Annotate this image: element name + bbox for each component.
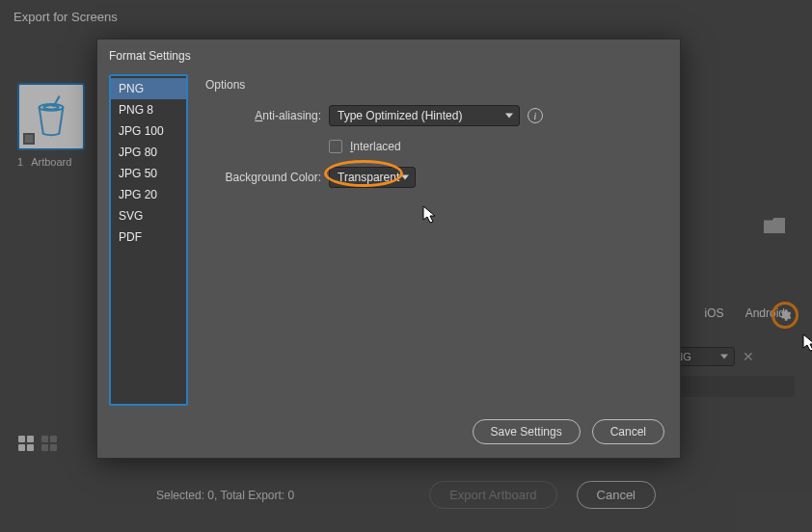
format-item-png8[interactable]: PNG 8 — [111, 99, 186, 120]
interlaced-checkbox[interactable] — [329, 140, 342, 153]
format-item-jpg50[interactable]: JPG 50 — [111, 163, 186, 184]
export-side-panel — [669, 218, 785, 247]
format-list[interactable]: PNG PNG 8 JPG 100 JPG 80 JPG 50 JPG 20 S… — [109, 74, 188, 406]
artboard-name: Artboard — [31, 156, 71, 168]
anti-aliasing-select[interactable]: Type Optimized (Hinted) — [329, 105, 520, 126]
export-artboard-button[interactable]: Export Artboard — [429, 481, 556, 509]
folder-icon[interactable] — [764, 218, 785, 233]
cancel-button[interactable]: Cancel — [577, 481, 656, 509]
footer-row: Selected: 0, Total Export: 0 Export Artb… — [17, 481, 795, 509]
export-status: Selected: 0, Total Export: 0 — [156, 489, 294, 502]
view-mode-icons — [17, 435, 58, 452]
artboard-preview-area: 1 Artboard — [17, 83, 100, 168]
remove-format-icon[interactable]: ✕ — [743, 349, 754, 364]
anti-aliasing-label: Anti-aliasing: — [205, 109, 321, 122]
format-item-jpg20[interactable]: JPG 20 — [111, 184, 186, 205]
list-view-icon[interactable] — [41, 435, 58, 452]
info-icon[interactable]: i — [528, 108, 543, 123]
options-panel: Options Anti-aliasing: Type Optimized (H… — [200, 74, 668, 406]
dialog-cancel-button[interactable]: Cancel — [592, 419, 664, 444]
svg-point-1 — [43, 105, 58, 109]
selection-marker — [23, 133, 35, 145]
format-item-png[interactable]: PNG — [111, 78, 186, 99]
preset-ios[interactable]: iOS — [705, 306, 724, 320]
interlaced-label[interactable]: Interlaced — [350, 140, 401, 153]
window-title: Export for Screens — [0, 0, 812, 34]
save-settings-button[interactable]: Save Settings — [473, 419, 581, 444]
format-item-jpg80[interactable]: JPG 80 — [111, 142, 186, 163]
format-settings-dialog: Format Settings PNG PNG 8 JPG 100 JPG 80… — [96, 39, 681, 459]
format-item-svg[interactable]: SVG — [111, 205, 186, 226]
background-color-label: Background Color: — [205, 171, 321, 184]
artboard-thumbnail[interactable] — [17, 83, 85, 150]
background-color-select[interactable]: Transparent — [329, 167, 416, 188]
cup-icon — [30, 95, 72, 138]
artboard-label: 1 Artboard — [17, 156, 100, 168]
grid-view-icon[interactable] — [17, 435, 35, 452]
format-item-pdf[interactable]: PDF — [111, 226, 186, 248]
dialog-footer: Save Settings Cancel — [97, 406, 680, 458]
format-item-jpg100[interactable]: JPG 100 — [111, 120, 186, 142]
artboard-index: 1 — [17, 156, 23, 168]
gear-icon[interactable] — [778, 308, 792, 322]
options-title: Options — [205, 78, 663, 92]
format-settings-gear-highlight — [771, 302, 798, 329]
dialog-title: Format Settings — [97, 40, 680, 72]
